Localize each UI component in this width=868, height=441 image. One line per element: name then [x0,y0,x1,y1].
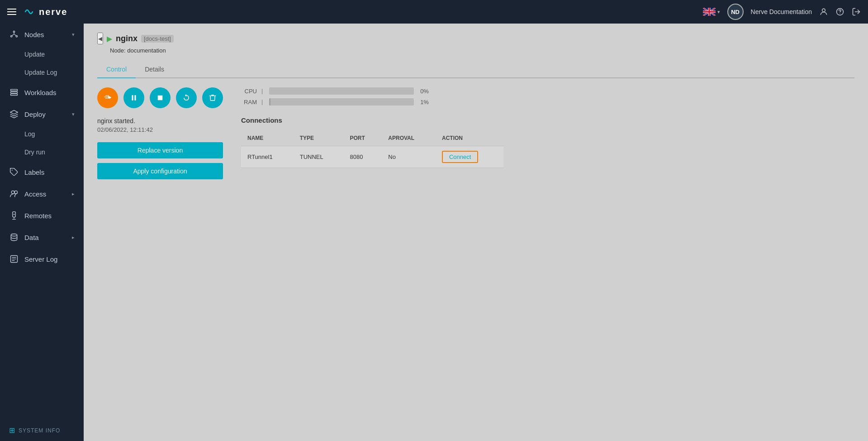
svg-point-17 [11,234,17,236]
cpu-value: 0% [420,88,429,95]
labels-icon [9,168,19,177]
ram-metric-row: RAM | 1% [241,98,854,105]
sidebar-item-access[interactable]: Access ▸ [0,183,84,205]
replace-version-button[interactable]: Replace version [97,142,223,158]
row-type: TUNNEL [294,146,344,168]
svg-point-13 [11,191,14,194]
node-value: documentation [127,47,166,54]
control-left: nginx started. 02/06/2022, 12:11:42 Repl… [97,87,223,179]
row-approval: No [382,146,436,168]
action-btns-col: Replace version Apply configuration [97,142,223,179]
ram-bar-container [269,98,414,105]
workloads-label: Workloads [24,89,57,96]
row-port: 8080 [343,146,382,168]
ram-label: RAM [241,99,257,105]
connections-section: Connections NAME TYPE PORT APROVAL ACTIO… [241,116,854,168]
svg-rect-19 [132,95,133,101]
labels-label: Labels [24,168,44,176]
logout-icon-btn[interactable] [852,7,861,16]
deploy-label: Deploy [24,110,46,118]
nerve-doc-link[interactable]: Nerve Documentation [751,8,812,15]
sidebar-item-remotes[interactable]: Remotes [0,205,84,226]
remotes-label: Remotes [24,212,52,220]
uk-flag-icon [703,8,716,16]
svg-point-7 [11,36,12,37]
stop-button[interactable] [150,87,171,108]
main-layout: Nodes ▾ Update Update Log Workloads [0,24,868,441]
sidebar-item-data[interactable]: Data ▸ [0,226,84,248]
restart-button[interactable] [176,87,197,108]
data-chevron: ▸ [72,235,75,240]
cpu-bar-container [269,87,414,95]
language-chevron: ▾ [717,9,720,15]
navbar-right: ▾ ND Nerve Documentation [703,4,861,20]
metrics-section: CPU | 0% RAM | 1% [241,87,854,105]
language-selector[interactable]: ▾ [703,8,720,16]
svg-point-16 [14,214,15,215]
connect-button[interactable]: Connect [442,151,478,163]
sidebar-item-log[interactable]: Log [0,125,84,143]
status-text: nginx started. [97,117,223,125]
svg-point-8 [16,36,17,37]
tab-control[interactable]: Control [97,61,136,78]
page-header: ◂ ▶ nginx [docs-test] [97,33,854,44]
row-name: RTunnel1 [241,146,294,168]
help-icon [835,7,844,16]
workloads-icon [9,88,19,97]
hamburger-button[interactable] [7,9,16,15]
connections-table: NAME TYPE PORT APROVAL ACTION RTunnel1 T… [241,130,503,168]
svg-point-6 [13,31,14,33]
sidebar-item-update[interactable]: Update [0,45,84,63]
service-play-icon: ▶ [107,34,112,43]
col-type: TYPE [294,130,344,146]
apply-configuration-button[interactable]: Apply configuration [97,163,223,179]
svg-point-4 [840,14,840,14]
access-icon [9,189,19,198]
svg-rect-9 [11,89,18,91]
system-info-label: SYSTEM INFO [19,427,60,434]
deploy-icon [9,110,19,119]
restart-icon [182,94,190,102]
delete-icon [209,94,217,102]
svg-rect-20 [135,95,136,101]
pause-button[interactable] [123,87,144,108]
col-action: ACTION [436,130,503,146]
server-log-label: Server Log [24,255,57,263]
sidebar-item-nodes[interactable]: Nodes ▾ [0,24,84,45]
page-node: Node: documentation [110,47,854,54]
logo-text: nerve [39,7,67,17]
cpu-metric-row: CPU | 0% [241,87,854,95]
start-button[interactable] [97,87,118,108]
tab-details[interactable]: Details [136,61,173,78]
back-button[interactable]: ◂ [97,33,103,44]
col-port: PORT [343,130,382,146]
access-chevron: ▸ [72,191,75,197]
nerve-logo: nerve [22,5,67,19]
delete-button[interactable] [202,87,223,108]
svg-rect-21 [158,96,163,101]
navbar-left: nerve [7,5,697,19]
tabs-bar: Control Details [97,61,854,78]
access-label: Access [24,190,46,198]
sidebar-item-deploy[interactable]: Deploy ▾ [0,103,84,125]
svg-rect-10 [11,91,18,93]
action-buttons [97,87,223,108]
svg-point-2 [822,9,825,12]
user-icon-btn[interactable] [819,7,828,16]
sidebar-item-workloads[interactable]: Workloads [0,81,84,103]
node-label: Node: [110,47,126,54]
connections-title: Connections [241,116,854,124]
system-info-icon: ⊞ [9,426,15,435]
nerve-logo-icon [22,5,36,19]
col-approval: APROVAL [382,130,436,146]
system-info-btn[interactable]: ⊞ SYSTEM INFO [0,420,84,441]
sidebar-item-server-log[interactable]: Server Log [0,248,84,270]
help-icon-btn[interactable] [835,7,844,16]
connections-table-body: RTunnel1 TUNNEL 8080 No Connect [241,146,503,168]
svg-point-14 [14,191,18,194]
sidebar-item-update-log[interactable]: Update Log [0,63,84,81]
user-avatar[interactable]: ND [727,4,744,20]
sidebar-item-dry-run[interactable]: Dry run [0,143,84,161]
sidebar-item-labels[interactable]: Labels [0,161,84,183]
control-content: nginx started. 02/06/2022, 12:11:42 Repl… [97,87,854,179]
